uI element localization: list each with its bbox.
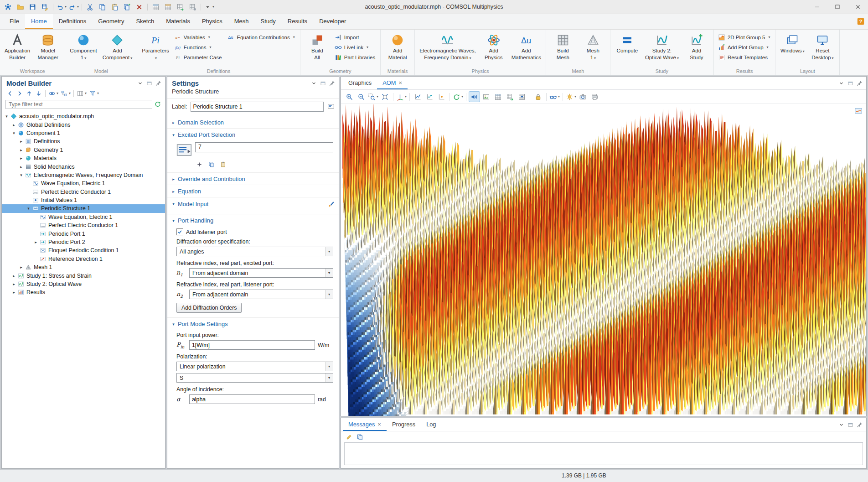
tab-progress[interactable]: Progress (387, 418, 421, 431)
section-model-input-header[interactable]: ▾Model Input (167, 197, 339, 210)
ribbon-mesh-1-button[interactable]: Mesh1▾ (579, 31, 608, 61)
label-id-icon[interactable] (327, 102, 335, 110)
menu-tab-results[interactable]: Results (282, 14, 313, 29)
ribbon-study-2-optical-wave-button[interactable]: Study 2:Optical Wave▾ (643, 31, 681, 61)
comsol-logo-button[interactable] (2, 2, 14, 12)
help-icon[interactable]: ? (857, 17, 865, 26)
section-excited-port-selection-header[interactable]: ▾Excited Port Selection (167, 128, 339, 140)
ribbon-functions-button[interactable]: f(x)Functions▾ (172, 42, 225, 52)
expand-arrow-icon[interactable]: ▾ (18, 173, 24, 177)
tree-item-periodic-structure-1[interactable]: ▾Periodic Structure 1 (2, 204, 165, 212)
paste-sel-button[interactable] (219, 160, 227, 169)
close-button[interactable] (847, 0, 868, 14)
tree-item-materials[interactable]: ▸Materials (2, 154, 165, 162)
zoom-out-button[interactable] (356, 91, 367, 102)
label-input[interactable] (191, 102, 324, 112)
nav-back-button[interactable] (5, 89, 15, 98)
undo-button[interactable]: ▾ (56, 2, 67, 12)
ribbon-import-button[interactable]: Import (333, 32, 378, 42)
tab-aom[interactable]: AOM× (377, 77, 408, 89)
ribbon-equation-contributions-button[interactable]: ΔuEquation Contributions▾ (225, 32, 297, 42)
menu-tab-developer[interactable]: Developer (313, 14, 352, 29)
ribbon-add-material-button[interactable]: AddMaterial (383, 31, 412, 61)
panel-pin-button[interactable] (855, 420, 863, 429)
group-nodes-button[interactable]: ▾ (60, 89, 72, 98)
zoom-box-button[interactable]: ▾ (367, 91, 379, 102)
menu-tab-file[interactable]: File (4, 14, 25, 29)
tree-item-acousto-optic-modulator-mph[interactable]: ▾acousto_optic_modulator.mph (2, 112, 165, 120)
tree-item-study-2-optical-wave[interactable]: ▸Study 2: Optical Wave (2, 280, 165, 288)
section-equation-header[interactable]: ▸Equation (167, 185, 339, 197)
paste-button[interactable] (109, 2, 120, 12)
ribbon-parameters-button[interactable]: PiParameters▾ (140, 31, 171, 61)
expand-arrow-icon[interactable]: ▸ (18, 265, 24, 270)
menu-tab-study[interactable]: Study (255, 14, 282, 29)
delete-button[interactable] (134, 2, 145, 12)
expand-arrow-icon[interactable]: ▸ (18, 156, 24, 161)
ribbon-electromagnetic-waves-frequency-domain-button[interactable]: Electromagnetic Waves,Frequency Domain▾ (417, 31, 478, 61)
tree-item-study-1-stress-and-strain[interactable]: ▸Study 1: Stress and Strain (2, 271, 165, 280)
menu-tab-mesh[interactable]: Mesh (228, 14, 255, 29)
all-angles-select[interactable]: All angles▾ (176, 247, 333, 256)
move-up-button[interactable] (25, 89, 34, 98)
save-button[interactable] (27, 2, 38, 12)
zoom-in-button[interactable] (344, 91, 355, 102)
ribbon-parameter-case-button[interactable]: PiParameter Case (172, 52, 225, 62)
tree-item-definitions[interactable]: ▸Definitions (2, 137, 165, 145)
ribbon-component-1-button[interactable]: Component1▾ (67, 31, 99, 61)
ribbon-livelink-button[interactable]: LiveLink▾ (333, 42, 378, 52)
maximize-button[interactable] (827, 0, 847, 14)
cut-button[interactable] (84, 2, 96, 12)
w-m-input[interactable] (189, 340, 315, 350)
menu-tab-home[interactable]: Home (25, 14, 53, 29)
y-limits-button[interactable] (424, 91, 435, 102)
ribbon-part-libraries-button[interactable]: Part Libraries (333, 52, 378, 62)
panel-caret-button[interactable] (136, 79, 144, 87)
close-tab-icon[interactable]: × (377, 421, 381, 427)
tree-item-periodic-port-1[interactable]: Periodic Port 1 (2, 229, 165, 238)
panel-float-button[interactable] (846, 79, 854, 87)
expand-arrow-icon[interactable]: ▸ (18, 148, 24, 152)
expand-arrow-icon[interactable]: ▸ (11, 123, 17, 127)
tree-filter-input[interactable] (5, 100, 152, 109)
panel-pin-button[interactable] (855, 79, 863, 87)
menu-tab-materials[interactable]: Materials (160, 14, 196, 29)
print-button[interactable] (589, 91, 600, 102)
copy-sel-button[interactable] (207, 160, 216, 169)
ribbon-result-templates-button[interactable]: Result Templates (716, 52, 773, 62)
pencil-button[interactable] (345, 432, 353, 441)
add-diffraction-orders-button[interactable]: Add Diffraction Orders (176, 303, 242, 313)
sound-button[interactable] (469, 91, 480, 102)
tree-item-periodic-port-2[interactable]: ▸Periodic Port 2 (2, 238, 165, 246)
ribbon-compute-button[interactable]: Compute (613, 31, 642, 55)
tab-log[interactable]: Log (421, 418, 441, 431)
tree-item-perfect-electric-conductor-1[interactable]: Perfect Electric Conductor 1 (2, 221, 165, 229)
axis-orientation-button[interactable]: ▾ (396, 91, 407, 102)
duplicate-button[interactable] (121, 2, 133, 12)
tree-item-reference-direction-1[interactable]: Reference Direction 1 (2, 255, 165, 263)
section-port-mode-settings-header[interactable]: ▾Port Mode Settings (167, 317, 339, 330)
show-button[interactable]: ▾ (47, 89, 59, 98)
panel-caret-button[interactable] (837, 79, 845, 87)
copy-image-button[interactable] (480, 91, 492, 102)
excited-port-value[interactable]: 7 (195, 142, 333, 152)
menu-tab-geometry[interactable]: Geometry (92, 14, 130, 29)
export-data-button[interactable] (504, 91, 516, 102)
edit-brush-icon[interactable] (328, 200, 335, 207)
close-tab-icon[interactable]: × (398, 80, 402, 86)
copy-button[interactable] (356, 432, 364, 441)
panel-pin-button[interactable] (154, 79, 162, 87)
ribbon-add-physics-button[interactable]: AddPhysics (479, 31, 508, 61)
surface-plot-canvas[interactable] (341, 104, 866, 416)
tab-messages[interactable]: Messages× (343, 418, 387, 431)
expand-arrow-icon[interactable]: ▸ (11, 282, 17, 286)
ribbon-2d-plot-group-5-button[interactable]: 2D Plot Group 5▾ (716, 32, 773, 42)
ribbon-add-component-button[interactable]: AddComponent▾ (100, 31, 134, 61)
filter-refresh-icon[interactable] (154, 100, 161, 108)
camera-button[interactable] (577, 91, 589, 102)
plot-window-icon[interactable] (854, 107, 863, 115)
linear-polarization-select[interactable]: Linear polarization▾ (176, 362, 333, 371)
columns-button[interactable]: ▾ (76, 89, 88, 98)
panel-caret-button[interactable] (837, 420, 845, 429)
expand-arrow-icon[interactable]: ▾ (4, 114, 10, 119)
